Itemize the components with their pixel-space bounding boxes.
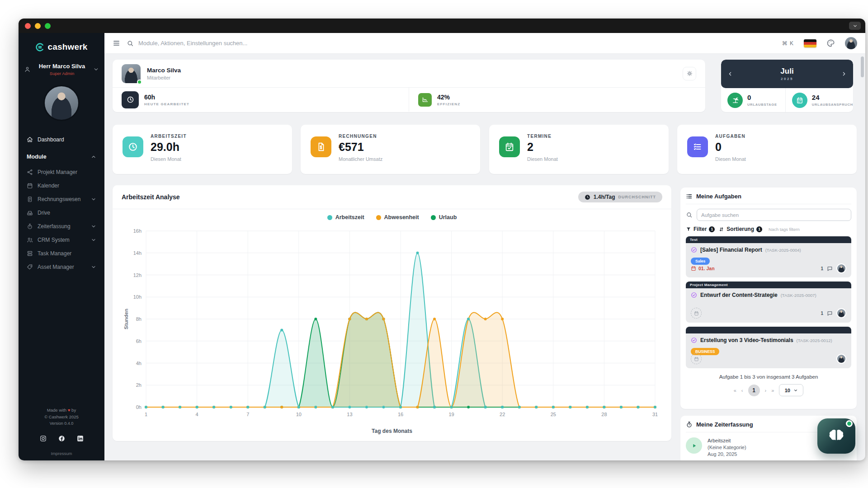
vacation-entitlement-label: URLAUBSANSPRUCH (812, 103, 853, 107)
topbar-avatar[interactable] (845, 37, 857, 49)
facebook-icon[interactable] (58, 435, 65, 442)
task-group-header: Test (686, 236, 851, 243)
due-date-text: 01. Jan (698, 266, 715, 271)
person-icon (24, 66, 31, 73)
svg-text:22: 22 (500, 412, 505, 417)
stat-sub: Diesen Monat (151, 156, 187, 162)
filter-button[interactable]: Filter 1 (686, 226, 715, 232)
set-due-date-button[interactable] (691, 353, 702, 364)
language-flag-german[interactable] (804, 39, 816, 47)
assistant-floating-button[interactable] (817, 418, 855, 454)
sidebar-item-zeiterfassung[interactable]: Zeiterfassung (19, 220, 104, 233)
task-title: [Sales] Financial Report (700, 247, 762, 253)
svg-text:16: 16 (398, 412, 403, 417)
sidebar-user-toggle[interactable]: Herr Marco Silva Super Admin (19, 56, 104, 79)
stopwatch-icon (686, 421, 693, 428)
sidebar-item-projekt-manager[interactable]: Projekt Manager (19, 165, 104, 179)
task-card[interactable]: Project Management Entwurf der Content-S… (686, 282, 851, 323)
sidebar-user-role: Super Admin (31, 71, 93, 76)
sort-button[interactable]: Sortierung 1 (718, 226, 762, 232)
sidebar-item-rechnungswesen[interactable]: Rechnungswesen (19, 192, 104, 206)
profile-avatar (122, 64, 141, 83)
theme-palette-icon[interactable] (826, 39, 835, 47)
task-title: Erstellung von 3 Video-Testimonials (700, 337, 793, 343)
instagram-icon[interactable] (40, 435, 47, 442)
task-status-icon[interactable] (691, 292, 697, 298)
brain-icon (828, 428, 845, 444)
prev-month-button[interactable] (727, 71, 733, 77)
task-code: (TASK-2025-0007) (781, 293, 816, 298)
task-status-icon[interactable] (691, 247, 697, 253)
comment-count: 1 (821, 311, 823, 316)
assignee-avatar[interactable] (836, 354, 846, 364)
maximize-window-button[interactable] (45, 23, 51, 29)
sidebar-item-drive[interactable]: Drive (19, 206, 104, 220)
sidebar-item-label: Zeiterfassung (38, 223, 86, 230)
impressum-link[interactable]: Impressum (19, 451, 104, 456)
task-card[interactable]: Erstellung von 3 Video-Testimonials (TAS… (686, 327, 851, 368)
close-window-button[interactable] (25, 23, 31, 29)
search-icon (686, 211, 693, 218)
legend-dot (376, 215, 381, 220)
minimize-window-button[interactable] (35, 23, 41, 29)
next-month-button[interactable] (841, 71, 847, 77)
legend-item-urlaub[interactable]: Urlaub (431, 214, 457, 221)
comment-icon (827, 310, 833, 316)
assignee-avatar[interactable] (836, 263, 846, 273)
user-avatar[interactable] (43, 85, 80, 121)
play-icon (691, 443, 697, 449)
stat-label: TERMINE (527, 134, 558, 139)
time-tracking-title: Meine Zeiterfassung (696, 421, 753, 428)
assignee-avatar[interactable] (836, 308, 846, 318)
sidebar-item-asset-manager[interactable]: Asset Manager (19, 260, 104, 274)
vertical-scrollbar[interactable] (861, 56, 864, 77)
sidebar-item-dashboard[interactable]: Dashboard (19, 133, 104, 146)
sidebar-item-kalender[interactable]: Kalender (19, 179, 104, 192)
next-page-button[interactable]: › (765, 388, 767, 393)
page-size-select[interactable]: 10 (779, 384, 803, 396)
chevron-down-icon (853, 23, 858, 28)
share-nodes-icon (27, 169, 33, 175)
legend-dot (327, 215, 332, 220)
task-group-header: Project Management (686, 282, 851, 288)
svg-text:12h: 12h (133, 272, 142, 278)
sidebar-item-label: Drive (38, 210, 96, 216)
svg-text:2h: 2h (136, 382, 142, 388)
start-timer-button[interactable] (686, 437, 702, 454)
profile-name: Marco Silva (147, 67, 683, 74)
keyboard-shortcut: ⌘ K (782, 40, 794, 47)
linkedin-icon[interactable] (77, 435, 84, 442)
task-status-icon[interactable] (691, 337, 697, 343)
set-due-date-button[interactable] (691, 308, 702, 319)
sidebar-item-task-manager[interactable]: Task Manager (19, 247, 104, 260)
svg-text:10: 10 (296, 412, 302, 417)
logo[interactable]: cashwerk (19, 33, 104, 56)
titlebar-chevron-button[interactable] (849, 22, 861, 30)
svg-text:4: 4 (196, 412, 198, 417)
tasks-panel-title: Meine Aufgaben (696, 193, 741, 200)
prev-page-button[interactable]: ‹ (741, 388, 743, 393)
legend-item-arbeitszeit[interactable]: Arbeitszeit (327, 214, 364, 221)
task-search-input[interactable] (697, 209, 851, 221)
hamburger-menu-icon[interactable] (113, 39, 120, 47)
svg-text:31: 31 (652, 412, 658, 417)
gear-icon (686, 70, 693, 77)
vacation-days-value: 0 (747, 94, 777, 101)
profile-settings-button[interactable] (683, 67, 696, 80)
chevron-down-icon (91, 224, 96, 229)
last-page-button[interactable]: » (771, 388, 774, 393)
task-card[interactable]: Test [Sales] Financial Report (TASK-2025… (686, 236, 851, 277)
sidebar-section-module[interactable]: Module (19, 150, 104, 164)
current-page[interactable]: 1 (748, 385, 760, 396)
hours-worked-label: HEUTE GEARBEITET (144, 102, 189, 106)
calendar-icon (694, 311, 699, 316)
assistant-status-dot (846, 420, 853, 427)
global-search-input[interactable] (138, 40, 419, 47)
stat-label: AUFGABEN (715, 134, 746, 139)
first-page-button[interactable]: « (734, 388, 736, 393)
clock-icon (123, 136, 143, 157)
profile-role: Mitarbeiter (147, 75, 683, 80)
legend-item-abwesenheit[interactable]: Abwesenheit (376, 214, 419, 221)
sidebar-item-crm-system[interactable]: CRM System (19, 233, 104, 247)
invoice-icon (311, 136, 331, 157)
